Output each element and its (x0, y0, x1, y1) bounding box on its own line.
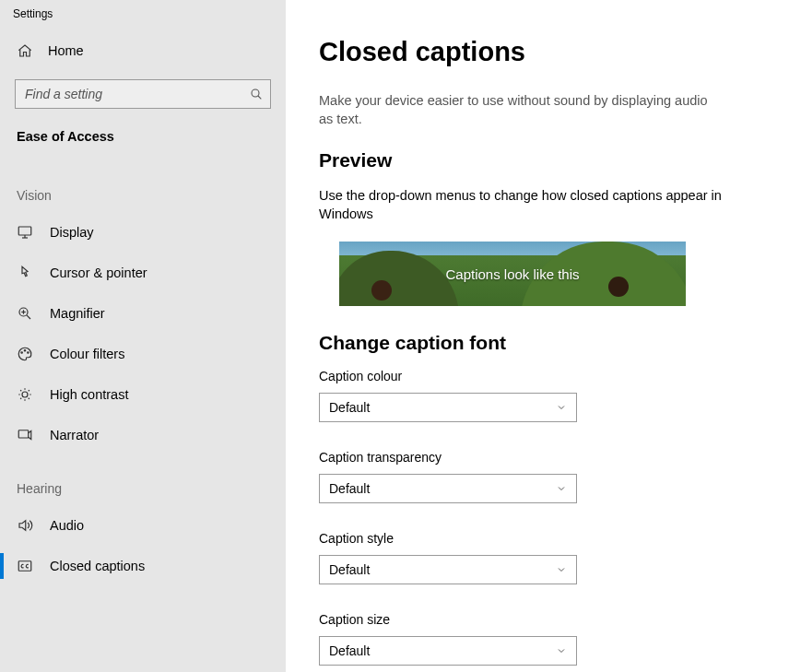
svg-point-0 (252, 89, 259, 97)
page-subtitle: Make your device easier to use without s… (319, 91, 724, 129)
svg-line-18 (29, 398, 29, 399)
nav-audio-label: Audio (50, 518, 84, 533)
contrast-icon (17, 386, 33, 403)
nav-cursor-label: Cursor & pointer (50, 265, 147, 280)
caption-transparency-value: Default (329, 481, 370, 496)
main-content: Closed captions Make your device easier … (286, 0, 789, 672)
search-icon (249, 87, 264, 101)
svg-line-1 (258, 96, 261, 99)
home-icon (17, 42, 33, 59)
svg-line-20 (20, 398, 21, 399)
caption-style-select[interactable]: Default (319, 555, 577, 584)
chevron-down-icon (556, 483, 567, 494)
magnifier-icon (17, 305, 33, 322)
svg-line-6 (27, 315, 30, 319)
home-label: Home (48, 43, 84, 58)
svg-point-9 (21, 352, 23, 354)
caption-colour-label: Caption colour (319, 369, 769, 383)
caption-colour-value: Default (329, 400, 370, 415)
preview-heading: Preview (319, 149, 769, 171)
nav-display-label: Display (50, 225, 94, 240)
chevron-down-icon (556, 402, 567, 413)
palette-icon (17, 346, 33, 362)
preview-description: Use the drop-down menus to change how cl… (319, 186, 724, 224)
home-button[interactable]: Home (0, 33, 286, 68)
svg-rect-21 (18, 430, 29, 438)
chevron-down-icon (556, 564, 567, 575)
category-title: Ease of Access (0, 125, 286, 162)
preview-caption-text: Captions look like this (339, 266, 686, 282)
nav-high-contrast-label: High contrast (50, 387, 128, 402)
caption-style-value: Default (329, 562, 370, 577)
svg-point-11 (28, 352, 29, 354)
caption-transparency-label: Caption transparency (319, 450, 769, 465)
section-hearing-label: Hearing (0, 455, 286, 505)
caption-transparency-select[interactable]: Default (319, 474, 577, 503)
nav-narrator-label: Narrator (50, 428, 99, 442)
nav-magnifier[interactable]: Magnifier (0, 293, 286, 334)
nav-audio[interactable]: Audio (0, 505, 286, 546)
section-vision-label: Vision (0, 162, 286, 212)
audio-icon (17, 517, 33, 534)
nav-closed-captions-label: Closed captions (50, 559, 145, 573)
caption-size-select[interactable]: Default (319, 636, 577, 666)
caption-size-label: Caption size (319, 612, 769, 627)
caption-style-label: Caption style (319, 531, 769, 546)
app-title: Settings (0, 6, 286, 33)
search-input[interactable] (15, 79, 271, 109)
cc-icon (17, 558, 33, 574)
narrator-icon (17, 427, 33, 443)
nav-narrator[interactable]: Narrator (0, 415, 286, 455)
caption-size-value: Default (329, 643, 370, 658)
svg-point-10 (24, 350, 26, 352)
change-font-heading: Change caption font (319, 332, 769, 354)
search-container (15, 79, 271, 109)
svg-rect-22 (18, 561, 31, 572)
nav-magnifier-label: Magnifier (50, 306, 105, 321)
chevron-down-icon (556, 645, 567, 656)
cursor-icon (17, 265, 33, 281)
svg-line-19 (29, 390, 29, 391)
caption-colour-select[interactable]: Default (319, 393, 577, 422)
sidebar: Settings Home Ease of Access Vision Disp… (0, 0, 286, 672)
nav-cursor[interactable]: Cursor & pointer (0, 253, 286, 293)
nav-colour-filters-label: Colour filters (50, 347, 124, 361)
svg-rect-2 (18, 227, 31, 235)
svg-line-17 (20, 390, 21, 391)
nav-closed-captions[interactable]: Closed captions (0, 546, 286, 586)
page-title: Closed captions (319, 37, 769, 67)
nav-colour-filters[interactable]: Colour filters (0, 334, 286, 374)
svg-point-12 (22, 392, 28, 397)
preview-image: Captions look like this (339, 242, 686, 306)
nav-display[interactable]: Display (0, 212, 286, 253)
nav-high-contrast[interactable]: High contrast (0, 374, 286, 415)
monitor-icon (17, 224, 33, 241)
